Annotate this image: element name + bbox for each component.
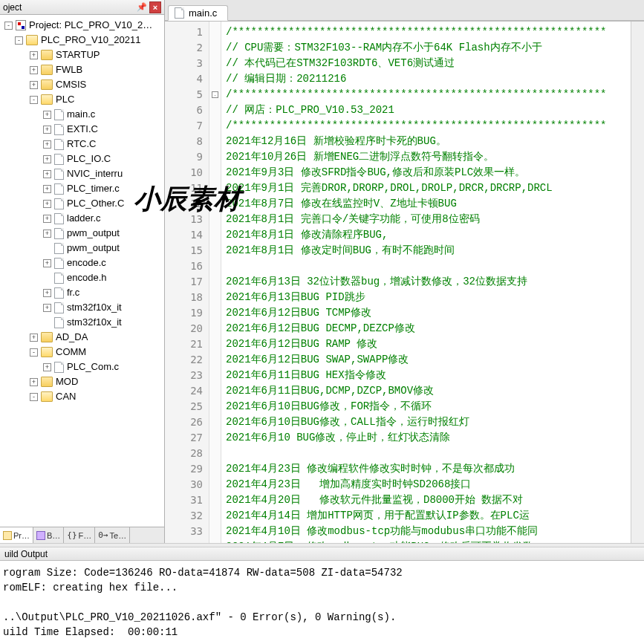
tab-project[interactable]: Pr… — [0, 527, 33, 543]
expand-toggle-icon[interactable]: + — [43, 126, 51, 134]
tree-item[interactable]: encode.h — [0, 270, 164, 285]
code-body[interactable]: /***************************************… — [221, 22, 631, 543]
tree-item[interactable]: -COMM — [0, 345, 164, 360]
code-line[interactable]: 2021年4月14日 增加HTTP网页，用于配置默认IP参数。在PLC运 — [226, 508, 631, 524]
code-line[interactable] — [226, 258, 631, 274]
tree-item[interactable]: -PLC — [0, 92, 164, 107]
project-tree[interactable]: -Project: PLC_PRO_V10_2…-PLC_PRO_V10_202… — [0, 15, 164, 527]
code-line[interactable]: 2021年8月7日 修改在线监控时V、Z地址卡顿BUG — [226, 196, 631, 212]
expand-toggle-icon[interactable]: + — [43, 185, 51, 193]
code-line[interactable]: 2021年6月12日BUG TCMP修改 — [226, 305, 631, 321]
tree-item[interactable]: +ladder.c — [0, 211, 164, 226]
code-line[interactable]: 2021年6月12日BUG RAMP 修改 — [226, 336, 631, 352]
code-line[interactable]: 2021年6月13日 32位计数器bug，增减计数修改，32位数据支持 — [226, 274, 631, 290]
expand-toggle-icon[interactable]: + — [43, 200, 51, 208]
code-line[interactable]: // 网店：PLC_PRO_V10.53_2021 — [226, 103, 631, 118]
code-line[interactable]: /***************************************… — [226, 25, 631, 40]
tree-item[interactable]: +stm32f10x_it — [0, 300, 164, 315]
fold-toggle-icon[interactable]: - — [212, 91, 218, 98]
code-line[interactable]: /***************************************… — [226, 118, 631, 134]
tree-item[interactable]: +NVIC_interru — [0, 166, 164, 181]
code-line[interactable]: 2021年6月11日BUG HEX指令修改 — [226, 368, 631, 383]
tree-item[interactable]: +PLC_Com.c — [0, 360, 164, 374]
expand-toggle-icon[interactable]: + — [30, 334, 38, 342]
folder-open-icon — [41, 347, 53, 357]
tree-item[interactable]: -CAN — [0, 389, 164, 404]
code-line[interactable]: 2021年6月10 BUG修改，停止时，红灯状态清除 — [226, 430, 631, 446]
code-line[interactable]: // CPU需要：STM32F103--RAM内存不小于64K Flash内存不… — [226, 40, 631, 56]
collapse-toggle-icon[interactable]: - — [30, 96, 38, 104]
tree-item[interactable]: pwm_output — [0, 241, 164, 256]
expand-toggle-icon[interactable]: + — [43, 259, 51, 267]
tree-item[interactable]: +STARTUP — [0, 48, 164, 62]
code-line[interactable]: /***************************************… — [226, 87, 631, 103]
code-line[interactable]: 2021年4月23日 修改编程软件修改实时时钟，不是每次都成功 — [226, 461, 631, 477]
expand-toggle-icon[interactable]: + — [30, 51, 38, 59]
code-line[interactable]: 2021年9月1日 完善DROR,DRORP,DROL,DROLP,DRCR,D… — [226, 180, 631, 196]
code-line[interactable]: 2021年6月13日BUG PID跳步 — [226, 290, 631, 305]
build-output-body[interactable]: rogram Size: Code=136246 RO-data=41874 R… — [0, 561, 644, 644]
pin-icon[interactable]: 📌 — [136, 1, 148, 13]
tree-item-label: NVIC_interru — [67, 166, 123, 181]
code-line[interactable]: // 本代码已在STM32F103RDT6、VET6测试通过 — [226, 56, 631, 71]
code-line[interactable]: 2021年6月12日BUG SWAP,SWAPP修改 — [226, 352, 631, 368]
expand-toggle-icon[interactable]: + — [43, 304, 51, 312]
tree-item[interactable]: +CMSIS — [0, 77, 164, 92]
expand-toggle-icon[interactable]: + — [43, 230, 51, 238]
tree-item[interactable]: +FWLB — [0, 62, 164, 77]
tree-item[interactable]: +RTC.C — [0, 137, 164, 152]
code-line[interactable]: 2021年4月10日 修改modbus-tcp功能与modubus串口功能不能同 — [226, 524, 631, 539]
tree-item[interactable]: +encode.c — [0, 256, 164, 270]
tab-books[interactable]: B… — [33, 527, 64, 543]
tree-item[interactable]: -Project: PLC_PRO_V10_2… — [0, 18, 164, 33]
code-line[interactable]: 2021年9月3日 修改SFRD指令BUG,修改后和原装PLC效果一样。 — [226, 165, 631, 180]
tree-item[interactable]: +PLC_Other.C — [0, 196, 164, 211]
tree-item[interactable]: +pwm_output — [0, 226, 164, 241]
close-icon[interactable]: × — [149, 1, 161, 13]
expand-toggle-icon[interactable]: + — [43, 363, 51, 371]
collapse-toggle-icon[interactable]: - — [4, 22, 13, 30]
code-line[interactable]: 2021年12月16日 新增校验程序时卡死的BUG。 — [226, 134, 631, 149]
expand-toggle-icon[interactable]: + — [43, 155, 51, 163]
code-line[interactable]: 2021年6月12日BUG DECMP,DEZCP修改 — [226, 321, 631, 336]
code-line[interactable]: 2021年8月1日 修改清除程序BUG, — [226, 227, 631, 243]
code-line[interactable]: // 编辑日期：20211216 — [226, 71, 631, 87]
tab-templates[interactable]: 0→Te… — [95, 527, 130, 543]
code-line[interactable]: 2021年6月10日BUG修改，FOR指令，不循环 — [226, 399, 631, 414]
expand-toggle-icon[interactable]: + — [30, 81, 38, 89]
code-editor[interactable]: 1234567891011121314151617181920212223242… — [165, 21, 644, 543]
expand-toggle-icon[interactable]: + — [43, 215, 51, 223]
code-line[interactable]: 2021年8月1日 修改定时间BUG，有时不能跑时间 — [226, 243, 631, 258]
code-line[interactable] — [226, 446, 631, 461]
file-tab-main-c[interactable]: main.c — [168, 5, 228, 21]
expand-toggle-icon[interactable]: + — [43, 289, 51, 297]
toggle-spacer — [43, 244, 51, 253]
tree-item[interactable]: +PLC_IO.C — [0, 152, 164, 166]
tree-item[interactable]: +main.c — [0, 107, 164, 122]
expand-toggle-icon[interactable]: + — [43, 111, 51, 119]
fold-column[interactable]: - — [209, 22, 221, 543]
tab-functions[interactable]: {}F… — [64, 527, 95, 543]
collapse-toggle-icon[interactable]: - — [30, 348, 38, 357]
code-line[interactable]: 2021年8月1日 完善口令/关键字功能，可使用8位密码 — [226, 212, 631, 227]
code-line[interactable]: 2021年10月26日 新增ENEG二进制浮点数符号翻转指令。 — [226, 149, 631, 165]
tree-item[interactable]: +MOD — [0, 374, 164, 389]
collapse-toggle-icon[interactable]: - — [30, 393, 38, 401]
code-line[interactable]: 2021年6月11日BUG,DCMP,DZCP,BMOV修改 — [226, 383, 631, 399]
code-line[interactable]: 2021年4月23日 增加高精度实时时钟SD2068接口 — [226, 477, 631, 492]
tree-item[interactable]: +PLC_timer.c — [0, 181, 164, 196]
tree-item[interactable]: +fr.c — [0, 285, 164, 300]
tree-item[interactable]: +EXTI.C — [0, 122, 164, 137]
collapse-toggle-icon[interactable]: - — [15, 36, 23, 45]
code-line[interactable]: 2021年4月20日 修改软元件批量监视，D8000开始 数据不对 — [226, 492, 631, 508]
expand-toggle-icon[interactable]: + — [43, 140, 51, 149]
code-line[interactable]: 2021年4月7日 修改modbus-tcp功能BUG，修改后可正常收发数 — [226, 539, 631, 543]
expand-toggle-icon[interactable]: + — [30, 66, 38, 74]
vertical-scrollbar[interactable] — [631, 22, 644, 543]
expand-toggle-icon[interactable]: + — [43, 170, 51, 178]
code-line[interactable]: 2021年6月10日BUG修改，CALL指令，运行时报红灯 — [226, 414, 631, 430]
tree-item[interactable]: -PLC_PRO_V10_20211 — [0, 33, 164, 48]
expand-toggle-icon[interactable]: + — [30, 378, 38, 386]
tree-item[interactable]: +AD_DA — [0, 330, 164, 345]
tree-item[interactable]: stm32f10x_it — [0, 315, 164, 330]
